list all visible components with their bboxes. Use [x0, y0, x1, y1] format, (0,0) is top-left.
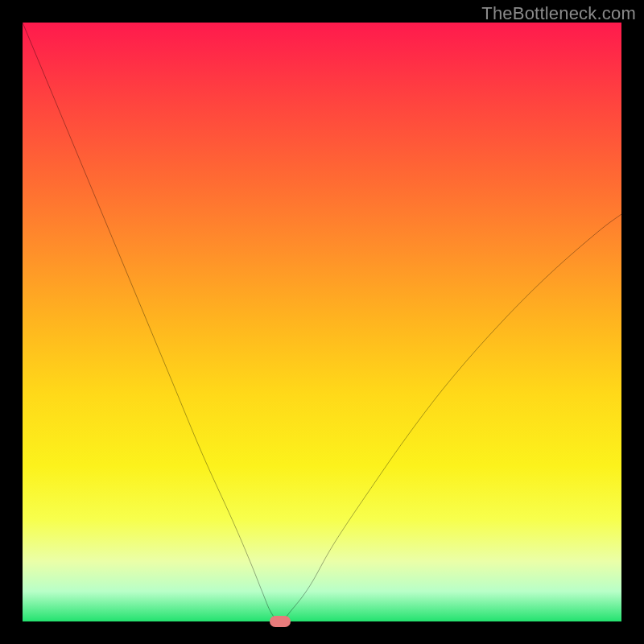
curve-path [23, 23, 621, 621]
minimum-marker [270, 616, 291, 627]
watermark-text: TheBottleneck.com [481, 3, 636, 24]
bottleneck-curve [23, 23, 621, 621]
chart-frame: TheBottleneck.com [0, 0, 644, 644]
plot-area [23, 23, 621, 621]
